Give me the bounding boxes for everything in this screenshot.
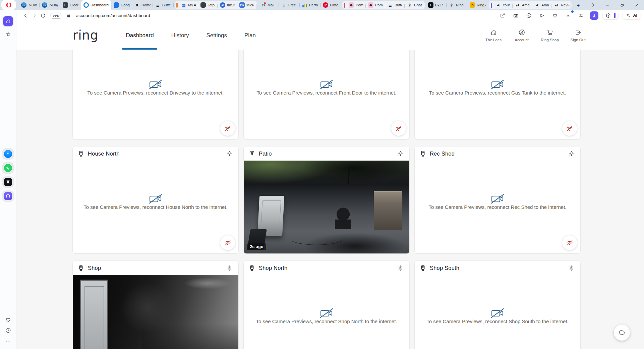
sidebar-app-music[interactable] [2, 190, 14, 202]
clock-sidebar-button[interactable] [5, 327, 11, 334]
search-button[interactable] [585, 0, 600, 10]
camera-settings-gear-button[interactable] [396, 149, 405, 158]
reload-button[interactable] [39, 11, 47, 20]
tab-label: ChatG [414, 3, 422, 7]
card-row: House NorthTo see Camera Previews, recon… [16, 147, 644, 253]
vpn-badge[interactable]: VPN [51, 13, 61, 18]
tab-dashboard[interactable]: Dashboard [117, 21, 162, 50]
camera-preview-image[interactable] [73, 275, 238, 349]
browser-tab[interactable]: Clear [60, 0, 81, 10]
url-text[interactable]: account.ring.com/account/dashboard [76, 13, 150, 18]
browser-tab[interactable]: Revie [551, 1, 571, 9]
browser-tab[interactable]: Your [493, 1, 513, 9]
camera-settings-gear-button[interactable] [225, 149, 234, 158]
minimize-button[interactable] [600, 0, 614, 10]
wifi-reconnect-button[interactable] [391, 121, 406, 136]
browser-tab[interactable]: Pome [366, 1, 385, 9]
tab-label: Micro [246, 3, 254, 7]
shield-x-button[interactable] [525, 11, 533, 20]
home-icon [490, 29, 497, 36]
send-button[interactable] [538, 11, 546, 20]
back-button[interactable] [21, 11, 30, 20]
lock-icon[interactable] [64, 11, 73, 20]
sidebar-app-x[interactable]: X [2, 176, 14, 188]
ring-logo[interactable]: rıng [73, 21, 98, 50]
address-bar: VPN account.ring.com/account/dashboard A… [16, 10, 644, 21]
sidebar-app-whatsapp[interactable] [2, 162, 14, 174]
sidebar-app-messenger[interactable] [2, 148, 14, 160]
pinboard-star-button[interactable] [5, 31, 11, 38]
wifi-reconnect-button[interactable] [562, 235, 577, 250]
browser-tab[interactable]: Goog [111, 0, 132, 10]
heart-button[interactable] [551, 11, 560, 20]
browser-tab[interactable]: Dashboard [81, 0, 111, 10]
compose-button[interactable] [499, 11, 507, 20]
workspace-home-button[interactable] [3, 16, 13, 26]
camera-settings-gear-button[interactable] [396, 264, 405, 272]
browser-tab[interactable]: Micro [237, 1, 256, 9]
browser-tab[interactable]: ImSto [218, 1, 237, 9]
new-tab-button[interactable]: + [574, 1, 583, 9]
sliders-button[interactable] [577, 11, 586, 20]
download-button[interactable] [564, 11, 573, 20]
cube-button[interactable] [605, 13, 611, 18]
browser-tab[interactable]: C-17 [426, 0, 447, 10]
offline-message: To see Camera Previews, reconnect Shop S… [426, 318, 569, 324]
close-button[interactable] [629, 0, 644, 10]
chart-favicon-icon [302, 2, 307, 8]
browser-tab[interactable]: 7-Day [40, 0, 60, 10]
browser-tab[interactable]: Mail [258, 0, 279, 10]
camera-settings-gear-button[interactable] [225, 264, 234, 272]
camera-preview-image[interactable]: 2s ago [244, 161, 409, 253]
browser-tab[interactable]: Amaz [532, 1, 551, 9]
tab-plan[interactable]: Plan [236, 21, 265, 50]
browser-tab[interactable]: Ring.c [467, 0, 488, 10]
tab-settings[interactable]: Settings [198, 21, 236, 50]
forward-button[interactable] [30, 11, 39, 20]
wifi-reconnect-button[interactable] [220, 121, 235, 136]
camera-settings-gear-button[interactable] [567, 264, 576, 272]
wifi-reconnect-button[interactable] [220, 235, 235, 250]
browser-tab[interactable]: My A [179, 1, 198, 9]
header-action-account[interactable]: Account [512, 29, 531, 42]
browser-tab[interactable]: Pome [346, 1, 366, 9]
tab-label: Dashboard [91, 3, 109, 7]
heart-sidebar-button[interactable] [5, 316, 11, 323]
person-icon [518, 29, 525, 36]
browser-tab[interactable]: Amaz [513, 1, 532, 9]
header-action-the-lees[interactable]: The Lees [484, 29, 503, 42]
browser-tab[interactable]: Ring [447, 0, 467, 10]
maximize-button[interactable] [614, 0, 629, 10]
amazon-favicon-icon [515, 2, 520, 8]
browser-tab[interactable]: Jetpa [198, 1, 218, 9]
opera-menu-button[interactable]: O [1, 0, 16, 10]
browser-tab[interactable]: ChatG [405, 1, 424, 9]
tab-tiling-indicator-icon[interactable] [614, 13, 616, 18]
browser-tab[interactable]: Pinte [320, 0, 341, 10]
openai-favicon-icon [407, 2, 412, 8]
camera-name: Shop South [430, 265, 459, 271]
shop-light [184, 278, 230, 289]
offline-message: To see Camera Previews, reconnect Drivew… [87, 90, 224, 96]
offline-message: To see Camera Previews, reconnect Rec Sh… [428, 204, 566, 210]
profile-badge-button[interactable] [590, 11, 598, 20]
browser-tab[interactable]: Home [132, 0, 153, 10]
noaa-favicon-icon [21, 2, 26, 8]
camera-button[interactable] [512, 11, 520, 20]
browser-tab[interactable]: Perfo [300, 0, 320, 10]
browser-tab[interactable]: Free F [279, 0, 300, 10]
chat-fab-button[interactable] [614, 325, 630, 341]
tab-history[interactable]: History [163, 21, 198, 50]
header-action-sign-out[interactable]: Sign Out [568, 29, 588, 42]
openai-favicon-icon [449, 2, 454, 8]
browser-tab[interactable]: Buffe [385, 1, 405, 9]
tab-label: Your [503, 3, 510, 7]
browser-tab[interactable]: Buffe [153, 0, 174, 10]
camera-settings-gear-button[interactable] [567, 149, 576, 158]
wifi-reconnect-button[interactable] [562, 121, 577, 136]
aria-ai-button[interactable]: AI [623, 11, 640, 19]
sidebar-bottom-tools [5, 316, 11, 346]
more-sidebar-button[interactable] [5, 338, 11, 344]
header-action-ring-shop[interactable]: Ring Shop [540, 29, 560, 42]
browser-tab[interactable]: 7-Day [19, 0, 40, 10]
